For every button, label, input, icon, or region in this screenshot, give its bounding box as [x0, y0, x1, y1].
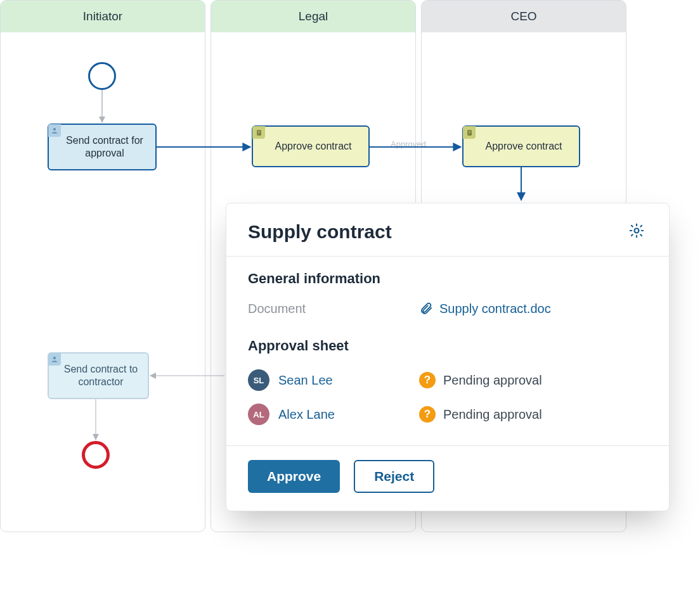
- swimlane-header: Legal: [211, 1, 415, 32]
- approver-name-text: Alex Lane: [278, 407, 335, 422]
- document-icon: [252, 126, 265, 139]
- flow-label-approved: Approved: [388, 139, 429, 149]
- end-event: [82, 441, 110, 469]
- approver-name-text: Sean Lee: [278, 373, 333, 388]
- status-text: Pending approval: [443, 373, 542, 388]
- document-label: Document: [248, 302, 419, 316]
- document-link[interactable]: Supply contract.doc: [419, 302, 647, 316]
- svg-rect-3: [257, 132, 260, 133]
- person-icon: [48, 124, 61, 137]
- paperclip-icon: [419, 302, 433, 316]
- card-title: Supply contract: [248, 221, 392, 243]
- approver-row: ALAlex Lane?Pending approval: [248, 397, 647, 431]
- approval-card: Supply contract General information Docu…: [226, 203, 670, 511]
- question-icon: ?: [419, 406, 436, 423]
- document-icon: [463, 126, 476, 139]
- avatar: AL: [248, 404, 269, 425]
- task-approve-contract-ceo[interactable]: Approve contract: [462, 125, 580, 167]
- question-icon: ?: [419, 372, 436, 388]
- reject-button[interactable]: Reject: [354, 460, 434, 493]
- task-label: Approve contract: [486, 140, 562, 153]
- approver-name[interactable]: ALAlex Lane: [248, 404, 419, 425]
- document-filename: Supply contract.doc: [439, 302, 551, 316]
- approver-row: SLSean Lee?Pending approval: [248, 363, 647, 397]
- start-event: [88, 62, 116, 90]
- approve-button[interactable]: Approve: [248, 460, 340, 493]
- task-approve-contract-legal[interactable]: Approve contract: [252, 125, 370, 167]
- svg-rect-6: [468, 131, 470, 132]
- task-label: Approve contract: [275, 140, 352, 153]
- svg-rect-4: [257, 133, 259, 134]
- task-send-contract-for-approval[interactable]: Send contract for approval: [48, 124, 157, 170]
- swimlane-header: CEO: [422, 1, 626, 32]
- svg-rect-8: [468, 133, 469, 134]
- gear-icon: [628, 222, 645, 239]
- svg-point-16: [635, 229, 639, 233]
- swimlane-header: Initiator: [1, 1, 205, 32]
- svg-rect-7: [468, 132, 470, 133]
- task-label: Send contract for approval: [63, 134, 146, 160]
- approver-status: ?Pending approval: [419, 372, 647, 388]
- person-icon: [48, 353, 61, 366]
- svg-point-9: [53, 357, 56, 359]
- section-approval-sheet: Approval sheet: [248, 338, 647, 354]
- section-general-info: General information: [248, 271, 647, 287]
- approver-name[interactable]: SLSean Lee: [248, 369, 419, 391]
- approver-status: ?Pending approval: [419, 406, 647, 423]
- settings-button[interactable]: [626, 220, 647, 243]
- task-label: Send contract to contractor: [63, 363, 139, 388]
- svg-point-0: [53, 128, 56, 131]
- avatar: SL: [248, 369, 269, 391]
- svg-rect-2: [257, 131, 260, 132]
- approver-list: SLSean Lee?Pending approvalALAlex Lane?P…: [248, 363, 647, 431]
- task-send-contract-to-contractor[interactable]: Send contract to contractor: [48, 352, 149, 399]
- status-text: Pending approval: [443, 407, 542, 422]
